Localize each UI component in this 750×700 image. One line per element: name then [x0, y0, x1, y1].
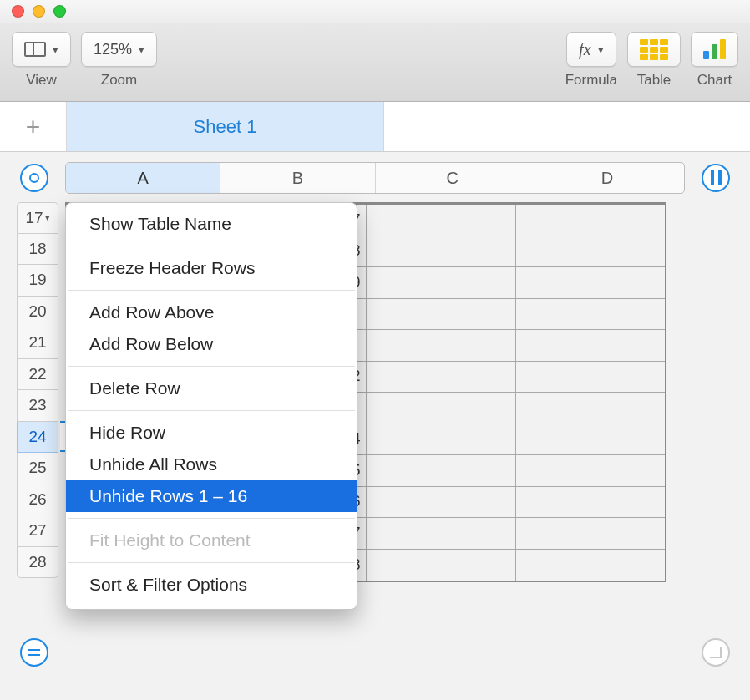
- view-label: View: [26, 72, 57, 89]
- spreadsheet-canvas: A B C D 17 ▾ 18 19 20 21 22 23 24 25 26 …: [0, 152, 750, 700]
- chart-button[interactable]: [691, 32, 738, 67]
- menu-separator: [68, 518, 355, 519]
- zoom-label: Zoom: [101, 72, 137, 89]
- sidebar-icon: [24, 42, 46, 57]
- sheet-tab[interactable]: Sheet 1: [67, 102, 384, 151]
- cell[interactable]: [367, 205, 516, 236]
- cell[interactable]: [367, 455, 516, 486]
- column-header-D[interactable]: D: [530, 163, 684, 193]
- cell[interactable]: [516, 518, 665, 549]
- row-header-20[interactable]: 20: [17, 297, 58, 328]
- column-header-A[interactable]: A: [66, 163, 220, 193]
- row-header-22[interactable]: 22: [17, 359, 58, 391]
- menu-add-row-above[interactable]: Add Row Above: [66, 297, 357, 328]
- cell[interactable]: [367, 330, 516, 361]
- table-handle-top-left[interactable]: [20, 164, 48, 192]
- chevron-down-icon: ▾: [598, 43, 604, 56]
- toolbar: ▾ View 125% ▾ Zoom fx ▾ Formula Table Ch…: [0, 23, 750, 102]
- cell[interactable]: [367, 236, 516, 267]
- row-header-26[interactable]: 26: [17, 484, 58, 516]
- circle-icon: [29, 173, 39, 183]
- cell[interactable]: [367, 518, 516, 549]
- chart-label: Chart: [697, 72, 732, 89]
- row-header-17[interactable]: 17 ▾: [17, 202, 58, 234]
- row-header-28[interactable]: 28: [17, 547, 58, 579]
- row-header-21[interactable]: 21: [17, 327, 58, 359]
- window-titlebar: [0, 0, 750, 23]
- rows-icon: [28, 649, 40, 656]
- chevron-down-icon: ▾: [53, 43, 58, 56]
- row-header-24[interactable]: 24: [17, 422, 58, 454]
- row-context-menu: Show Table Name Freeze Header Rows Add R…: [65, 202, 357, 610]
- sheet-tab-bar: + Sheet 1: [0, 102, 750, 152]
- formula-button[interactable]: fx ▾: [566, 32, 616, 67]
- table-label: Table: [637, 72, 671, 89]
- cell[interactable]: [516, 424, 665, 455]
- column-header-B[interactable]: B: [220, 163, 375, 193]
- cell[interactable]: [516, 393, 665, 424]
- zoom-button[interactable]: 125% ▾: [81, 32, 157, 67]
- menu-add-row-below[interactable]: Add Row Below: [66, 328, 357, 360]
- row-header-23[interactable]: 23: [17, 390, 58, 422]
- row-header-27[interactable]: 27: [17, 515, 58, 547]
- menu-sort-filter[interactable]: Sort & Filter Options: [66, 569, 357, 601]
- columns-icon: [711, 170, 722, 185]
- menu-separator: [68, 290, 355, 291]
- cell[interactable]: [516, 205, 665, 236]
- formula-label: Formula: [565, 72, 617, 89]
- column-header-C[interactable]: C: [376, 163, 530, 193]
- cell[interactable]: [516, 550, 665, 581]
- cell[interactable]: [516, 330, 665, 361]
- table-icon: [640, 39, 668, 60]
- menu-separator: [68, 562, 355, 563]
- corner-icon: [710, 647, 722, 658]
- menu-delete-row[interactable]: Delete Row: [66, 373, 357, 404]
- cell[interactable]: [516, 487, 665, 518]
- chevron-down-icon: ▾: [45, 212, 50, 223]
- menu-separator: [68, 366, 355, 367]
- menu-separator: [68, 246, 355, 246]
- zoom-value: 125%: [94, 41, 132, 58]
- column-headers: A B C D: [65, 162, 685, 194]
- add-row-handle[interactable]: [20, 638, 48, 667]
- row-header-25[interactable]: 25: [17, 453, 58, 484]
- plus-icon: +: [26, 113, 41, 141]
- menu-fit-height: Fit Height to Content: [66, 525, 357, 556]
- zoom-window-button[interactable]: [53, 5, 66, 18]
- cell[interactable]: [367, 393, 516, 424]
- view-button[interactable]: ▾: [12, 32, 71, 67]
- cell[interactable]: [367, 267, 516, 298]
- row-headers: 17 ▾ 18 19 20 21 22 23 24 25 26 27 28: [17, 202, 58, 578]
- menu-unhide-all-rows[interactable]: Unhide All Rows: [66, 449, 357, 480]
- menu-show-table-name[interactable]: Show Table Name: [66, 208, 357, 240]
- sheet-tab-label: Sheet 1: [194, 116, 257, 138]
- chart-icon: [703, 39, 726, 59]
- cell[interactable]: [367, 362, 516, 393]
- cell[interactable]: [367, 550, 516, 581]
- menu-unhide-rows-range[interactable]: Unhide Rows 1 – 16: [66, 480, 357, 512]
- fx-icon: fx: [579, 40, 590, 59]
- row-header-18[interactable]: 18: [17, 234, 58, 266]
- menu-freeze-header-rows[interactable]: Freeze Header Rows: [66, 252, 357, 284]
- cell[interactable]: [367, 299, 516, 330]
- row-header-19[interactable]: 19: [17, 265, 58, 297]
- add-sheet-button[interactable]: +: [0, 102, 67, 151]
- menu-separator: [68, 410, 355, 411]
- cell[interactable]: [516, 267, 665, 298]
- cell[interactable]: [516, 455, 665, 486]
- add-column-handle[interactable]: [702, 164, 730, 192]
- close-window-button[interactable]: [12, 5, 24, 18]
- cell[interactable]: [516, 362, 665, 393]
- menu-hide-row[interactable]: Hide Row: [66, 417, 357, 449]
- cell[interactable]: [367, 424, 516, 455]
- chevron-down-icon: ▾: [139, 43, 144, 56]
- row-number: 17: [25, 209, 43, 227]
- table-button[interactable]: [627, 32, 681, 67]
- cell[interactable]: [516, 299, 665, 330]
- cell[interactable]: [367, 487, 516, 518]
- cell[interactable]: [516, 236, 665, 267]
- minimize-window-button[interactable]: [33, 5, 45, 18]
- resize-table-handle[interactable]: [702, 638, 730, 667]
